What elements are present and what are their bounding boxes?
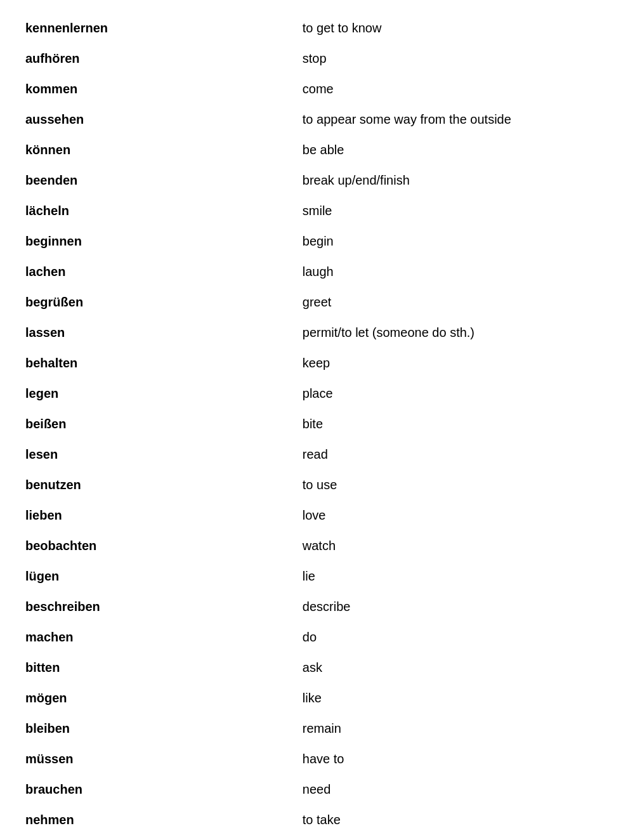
german-word: beobachten	[25, 530, 303, 561]
german-word: kennenlernen	[25, 13, 303, 43]
german-word: nehmen	[25, 804, 303, 835]
english-translation: remain	[303, 713, 603, 744]
list-item: aussehento appear some way from the outs…	[25, 104, 603, 135]
german-word: lesen	[25, 439, 303, 469]
list-item: könnenbe able	[25, 135, 603, 165]
list-item: machendo	[25, 622, 603, 652]
german-word: lieben	[25, 500, 303, 530]
english-translation: to appear some way from the outside	[303, 104, 603, 135]
german-word: lachen	[25, 256, 303, 287]
list-item: lesenread	[25, 439, 603, 469]
list-item: legenplace	[25, 378, 603, 409]
list-item: behaltenkeep	[25, 348, 603, 378]
english-translation: laugh	[303, 256, 603, 287]
english-translation: to use	[303, 469, 603, 500]
english-translation: keep	[303, 348, 603, 378]
list-item: beginnenbegin	[25, 226, 603, 256]
list-item: denkenthink	[25, 835, 603, 840]
list-item: aufhörenstop	[25, 43, 603, 74]
list-item: beschreibendescribe	[25, 591, 603, 622]
list-item: beobachtenwatch	[25, 530, 603, 561]
english-translation: do	[303, 622, 603, 652]
english-translation: to take	[303, 804, 603, 835]
list-item: brauchenneed	[25, 774, 603, 804]
english-translation: greet	[303, 287, 603, 317]
english-translation: bite	[303, 409, 603, 439]
english-translation: come	[303, 74, 603, 104]
german-word: brauchen	[25, 774, 303, 804]
german-word: denken	[25, 835, 303, 840]
german-word: müssen	[25, 744, 303, 774]
english-translation: love	[303, 500, 603, 530]
german-word: können	[25, 135, 303, 165]
german-word: lassen	[25, 317, 303, 348]
list-item: müssenhave to	[25, 744, 603, 774]
german-word: behalten	[25, 348, 303, 378]
list-item: beißenbite	[25, 409, 603, 439]
english-translation: lie	[303, 561, 603, 591]
german-word: machen	[25, 622, 303, 652]
english-translation: watch	[303, 530, 603, 561]
list-item: nehmento take	[25, 804, 603, 835]
list-item: begrüßengreet	[25, 287, 603, 317]
english-translation: like	[303, 683, 603, 713]
german-word: bleiben	[25, 713, 303, 744]
list-item: benutzento use	[25, 469, 603, 500]
english-translation: place	[303, 378, 603, 409]
english-translation: describe	[303, 591, 603, 622]
german-word: lächeln	[25, 195, 303, 226]
german-word: bitten	[25, 652, 303, 683]
english-translation: smile	[303, 195, 603, 226]
list-item: lächelnsmile	[25, 195, 603, 226]
list-item: mögenlike	[25, 683, 603, 713]
list-item: bleibenremain	[25, 713, 603, 744]
list-item: bittenask	[25, 652, 603, 683]
english-translation: need	[303, 774, 603, 804]
english-translation: stop	[303, 43, 603, 74]
english-translation: begin	[303, 226, 603, 256]
english-translation: to get to know	[303, 13, 603, 43]
list-item: beendenbreak up/end/finish	[25, 165, 603, 195]
german-word: lügen	[25, 561, 303, 591]
german-word: beginnen	[25, 226, 303, 256]
german-word: aufhören	[25, 43, 303, 74]
german-word: beenden	[25, 165, 303, 195]
list-item: lassenpermit/to let (someone do sth.)	[25, 317, 603, 348]
german-word: legen	[25, 378, 303, 409]
list-item: kommencome	[25, 74, 603, 104]
list-item: lügenlie	[25, 561, 603, 591]
german-word: beschreiben	[25, 591, 303, 622]
english-translation: read	[303, 439, 603, 469]
german-word: beißen	[25, 409, 303, 439]
english-translation: ask	[303, 652, 603, 683]
german-word: kommen	[25, 74, 303, 104]
list-item: kennenlernento get to know	[25, 13, 603, 43]
list-item: liebenlove	[25, 500, 603, 530]
german-word: mögen	[25, 683, 303, 713]
german-word: benutzen	[25, 469, 303, 500]
english-translation: think	[303, 835, 603, 840]
english-translation: permit/to let (someone do sth.)	[303, 317, 603, 348]
english-translation: be able	[303, 135, 603, 165]
list-item: lachenlaugh	[25, 256, 603, 287]
english-translation: break up/end/finish	[303, 165, 603, 195]
vocabulary-table: kennenlernento get to knowaufhörenstopko…	[25, 13, 603, 840]
german-word: aussehen	[25, 104, 303, 135]
english-translation: have to	[303, 744, 603, 774]
german-word: begrüßen	[25, 287, 303, 317]
